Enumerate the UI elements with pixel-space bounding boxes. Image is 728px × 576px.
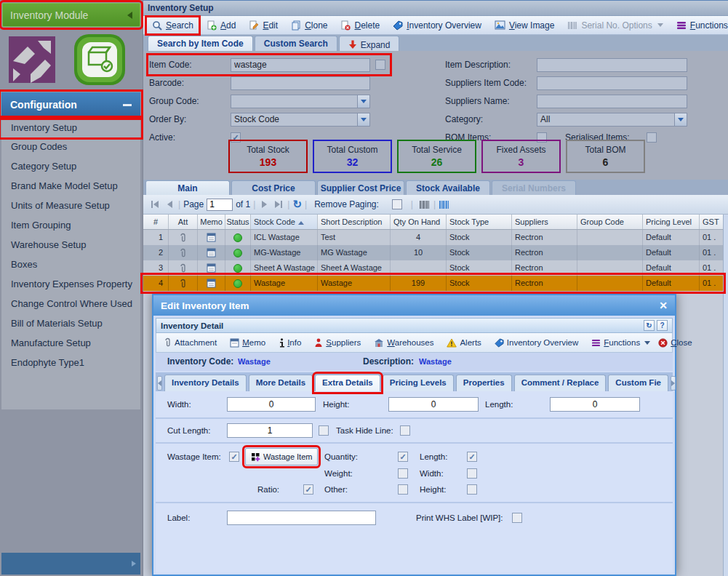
functions-button[interactable]: Functions (672, 18, 728, 33)
barcode-blue-icon[interactable] (439, 200, 450, 209)
module-header[interactable]: Inventory Module (2, 3, 140, 27)
ratio-checkbox[interactable]: ✓ (303, 484, 313, 495)
grid-header[interactable]: # Att Memo Status Stock Code Short Descr… (143, 215, 723, 230)
sidebar-item-warehouse-setup[interactable]: Warehouse Setup (1, 235, 140, 255)
close-icon[interactable]: ✕ (659, 300, 668, 311)
serialised-items-checkbox[interactable] (647, 132, 657, 143)
view-image-button[interactable]: View Image (490, 18, 559, 33)
suppliers-item-code-input[interactable] (537, 76, 687, 90)
sidebar-item-bill-of-materials-setup[interactable]: Bill of Materials Setup (1, 313, 140, 333)
quantity-checkbox[interactable]: ✓ (398, 452, 408, 462)
width-checkbox[interactable] (467, 468, 477, 479)
table-row-sheet-a-wastage[interactable]: 3 Sheet A Wastage Sheet A Wastage Stock … (143, 260, 723, 276)
chevron-down-icon[interactable] (357, 113, 369, 126)
chevron-down-icon[interactable] (357, 95, 369, 108)
width-input[interactable] (227, 397, 316, 412)
height-input[interactable] (388, 397, 479, 412)
edit-button[interactable]: Edit (244, 18, 282, 33)
tab-cost-price[interactable]: Cost Price (231, 180, 316, 195)
grid-vertical-scrollbar[interactable] (723, 215, 728, 576)
close-button[interactable]: Close (655, 337, 695, 349)
search-button[interactable]: Search (148, 18, 198, 33)
sidebar-item-change-control-where-used[interactable]: Change Control Where Used (1, 294, 140, 313)
print-whs-checkbox[interactable] (512, 513, 522, 523)
sidebar-item-inventory-expenses-property[interactable]: Inventory Expenses Property (1, 274, 140, 294)
item-description-input[interactable] (537, 58, 687, 72)
tab-comment-replace[interactable]: Comment / Replace (514, 375, 607, 391)
cut-length-checkbox[interactable] (319, 425, 329, 436)
functions-button[interactable]: Functions (588, 337, 653, 348)
sidebar-item-manufacture-setup[interactable]: Manufacture Setup (1, 333, 140, 353)
tab-stock-available[interactable]: Stock Available (406, 180, 490, 195)
help-mini-icon[interactable]: ? (657, 320, 668, 331)
clone-button[interactable]: Clone (287, 18, 332, 33)
sidebar-item-inventory-setup[interactable]: Inventory Setup (1, 119, 140, 137)
wastage-item-button[interactable]: Wastage Item (245, 448, 318, 465)
sidebar-item-group-codes[interactable]: Group Codes (1, 137, 140, 156)
barcode-input[interactable] (231, 76, 370, 90)
attachment-button[interactable]: Attachment (161, 336, 220, 349)
label-input[interactable] (227, 511, 376, 525)
barcode-gray-icon[interactable] (419, 200, 431, 209)
page-number-input[interactable] (207, 199, 233, 211)
inventory-overview-button[interactable]: Inventory Overview (492, 337, 581, 349)
alerts-button[interactable]: Alerts (444, 337, 484, 349)
warehouses-button[interactable]: Warehouses (371, 337, 436, 349)
next-page-button[interactable] (258, 199, 270, 210)
tab-custom-fields[interactable]: Custom Fie (608, 375, 668, 391)
cut-length-input[interactable] (227, 423, 313, 438)
tab-main[interactable]: Main (145, 180, 230, 195)
tab-supplier-cost-price[interactable]: Supplier Cost Price (317, 180, 404, 195)
sidebar-item-item-grouping[interactable]: Item Grouping (1, 215, 140, 235)
collapse-left-icon[interactable] (127, 12, 132, 19)
dialog-title-bar[interactable]: Edit Inventory Item ✕ (153, 295, 675, 316)
refresh-icon[interactable]: ↻ (292, 199, 302, 209)
length-checkbox[interactable]: ✓ (467, 452, 477, 462)
other-checkbox[interactable] (398, 484, 408, 495)
tab-more-details[interactable]: More Details (249, 375, 313, 391)
config-section-header[interactable]: Configuration (1, 92, 140, 117)
height-checkbox[interactable] (467, 484, 477, 495)
delete-button[interactable]: Delete (336, 18, 384, 33)
info-button[interactable]: Info (276, 337, 304, 349)
refresh-mini-icon[interactable]: ↻ (644, 320, 655, 331)
tab-properties[interactable]: Properties (456, 375, 512, 391)
suppliers-button[interactable]: Suppliers (311, 337, 364, 349)
first-page-button[interactable] (149, 199, 161, 210)
group-code-dropdown[interactable] (231, 95, 370, 108)
wastage-item-checkbox[interactable]: ✓ (229, 452, 239, 462)
item-code-checkbox[interactable] (375, 60, 385, 70)
item-code-input[interactable] (231, 58, 370, 72)
tab-inventory-details[interactable]: Inventory Details (164, 375, 247, 391)
add-button[interactable]: Add (202, 18, 240, 33)
chevron-down-icon[interactable] (674, 113, 687, 126)
table-row-wastage-selected[interactable]: 4 Wastage Wastage 199 Stock Rectron Defa… (143, 276, 723, 291)
memo-button[interactable]: Memo (227, 337, 268, 349)
table-row-icl-wastage[interactable]: 1 ICL Wastage Test 4 Stock Rectron Defau… (143, 230, 723, 245)
collapse-minus-icon[interactable] (123, 104, 132, 106)
weight-checkbox[interactable] (398, 468, 408, 479)
tab-custom-search[interactable]: Custom Search (255, 36, 337, 51)
sidebar-item-brand-make-model-setup[interactable]: Brand Make Model Setup (1, 176, 140, 196)
table-row-mg-wastage[interactable]: 2 MG-Wastage MG Wastage 10 Stock Rectron… (143, 245, 723, 260)
expand-button[interactable]: Expand (339, 36, 400, 51)
task-hide-line-checkbox[interactable] (400, 425, 410, 436)
suppliers-name-input[interactable] (537, 95, 687, 108)
last-page-button[interactable] (273, 199, 284, 210)
sidebar-collapsed-panel[interactable] (1, 553, 140, 575)
inventory-overview-button[interactable]: Inventory Overview (388, 18, 486, 33)
sidebar-item-endophyte-type1[interactable]: Endophyte Type1 (1, 353, 140, 372)
length-input[interactable] (550, 397, 640, 412)
tab-extra-details[interactable]: Extra Details (315, 375, 380, 391)
tab-scroll-right-icon[interactable] (671, 376, 676, 391)
remove-paging-checkbox[interactable] (392, 199, 402, 209)
prev-page-button[interactable] (164, 199, 175, 210)
sidebar-item-category-setup[interactable]: Category Setup (1, 156, 140, 176)
serial-no-options-button[interactable]: Serial No. Options (563, 18, 667, 33)
tab-search-by-item-code[interactable]: Search by Item Code (148, 36, 253, 51)
sidebar-item-units-of-measure-setup[interactable]: Units of Measure Setup (1, 196, 140, 215)
tab-pricing-levels[interactable]: Pricing Levels (383, 375, 454, 391)
sidebar-item-boxes[interactable]: Boxes (1, 255, 140, 274)
tab-scroll-left-icon[interactable] (157, 376, 162, 391)
category-dropdown[interactable]: All (537, 113, 687, 127)
